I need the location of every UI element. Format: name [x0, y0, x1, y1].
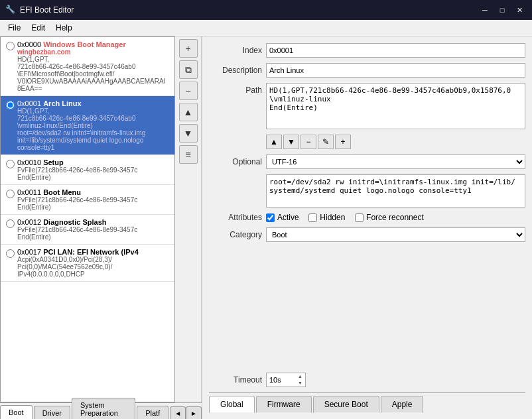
close-button[interactable]: ✕ [512, 4, 527, 16]
boot-radio[interactable] [6, 101, 15, 109]
entry-index: 0x0010 [17, 158, 43, 166]
entry-content: 0x0012 Diagnostic Splash FvFile(721c8b66… [17, 218, 169, 241]
path-remove-button[interactable]: − [300, 135, 316, 149]
remove-entry-button[interactable]: − [179, 82, 198, 100]
entry-sub: FvFile(721c8b66-426c-4e86-8e99-3457c End… [17, 196, 169, 211]
hidden-label: Hidden [320, 213, 345, 222]
boot-list[interactable]: 0x0000 Windows Boot Manager wingbezban.c… [0, 36, 175, 402]
tab-platform[interactable]: Platf [137, 406, 168, 419]
menu-edit[interactable]: Edit [26, 21, 50, 34]
description-label: Description [209, 66, 262, 75]
minimize-button[interactable]: ─ [478, 4, 492, 16]
list-item[interactable]: 0x0017 PCI LAN: EFI Network (IPv4 Acpi(0… [1, 245, 174, 282]
list-item[interactable]: 0x0001 Arch Linux HD(1,GPT, 721c8b66-426… [1, 96, 174, 155]
active-label: Active [277, 213, 299, 222]
timeout-spinbox: ▲ ▼ [266, 373, 306, 387]
left-toolbar: + ⧉ − ▲ ▼ ≡ [175, 36, 202, 402]
path-toolbar: ▲ ▼ − ✎ + [266, 135, 525, 149]
list-item[interactable]: 0x0000 Windows Boot Manager wingbezban.c… [1, 37, 174, 96]
entry-content: 0x0017 PCI LAN: EFI Network (IPv4 Acpi(0… [17, 248, 169, 278]
tab-driver[interactable]: Driver [34, 406, 70, 419]
left-panel: 0x0000 Windows Boot Manager wingbezban.c… [0, 36, 202, 419]
right-panel: Index Description Path HD(1,GPT,721c8b66… [202, 36, 532, 419]
hidden-checkbox[interactable] [308, 213, 317, 222]
entry-name: Diagnostic Splash [43, 218, 106, 226]
boot-radio[interactable] [6, 160, 15, 168]
tab-global[interactable]: Global [209, 396, 255, 413]
category-select[interactable]: Boot Application Driver [266, 227, 525, 242]
spin-down-arrow[interactable]: ▼ [298, 380, 302, 387]
timeout-label: Timeout [209, 375, 262, 385]
maximize-button[interactable]: □ [495, 4, 509, 16]
spin-arrows: ▲ ▼ [298, 373, 302, 387]
optional-text-row: root=/dev/sda2 rw initrd=\initramfs-linu… [209, 174, 525, 208]
path-label: Path [209, 83, 262, 95]
boot-radio[interactable] [6, 219, 15, 228]
move-down-button[interactable]: ▼ [179, 124, 198, 143]
description-input[interactable] [266, 63, 525, 78]
tab-apple[interactable]: Apple [381, 396, 424, 413]
entry-index-name: 0x0011 Boot Menu [17, 188, 169, 196]
copy-entry-button[interactable]: ⧉ [179, 60, 198, 79]
category-label: Category [209, 230, 262, 239]
entry-index: 0x0011 [17, 188, 43, 196]
tab-firmware[interactable]: Firmware [256, 396, 312, 413]
index-input[interactable] [266, 43, 525, 58]
boot-radio[interactable] [6, 249, 15, 258]
title-bar: 🔧 EFI Boot Editor ─ □ ✕ [0, 0, 532, 20]
path-add-button[interactable]: + [335, 135, 351, 149]
list-item[interactable]: 0x0011 Boot Menu FvFile(721c8b66-426c-4e… [1, 185, 174, 215]
entry-content: 0x0000 Windows Boot Manager wingbezban.c… [17, 40, 169, 92]
path-down-button[interactable]: ▼ [283, 135, 299, 149]
index-row: Index [209, 43, 525, 58]
entry-index-name: 0x0000 Windows Boot Manager [17, 40, 169, 48]
tab-secure-boot[interactable]: Secure Boot [313, 396, 379, 413]
entry-index: 0x0000 [17, 40, 43, 48]
add-entry-button[interactable]: + [179, 39, 198, 58]
move-up-button[interactable]: ▲ [179, 103, 198, 121]
bottom-tabs-right: Global Firmware Secure Boot Apple [209, 392, 525, 413]
entry-name: Boot Menu [43, 188, 81, 196]
menu-file[interactable]: File [3, 21, 26, 34]
category-row: Category Boot Application Driver [209, 227, 525, 242]
list-item[interactable]: 0x0010 Setup FvFile(721c8b66-426c-4e86-8… [1, 155, 174, 185]
entry-index-name: 0x0012 Diagnostic Splash [17, 218, 169, 226]
entry-index-name: 0x0001 Arch Linux [17, 99, 169, 107]
boot-radio[interactable] [6, 190, 15, 198]
tab-scroll-right[interactable]: ► [186, 406, 202, 419]
entry-name: Windows Boot Manager [43, 40, 126, 48]
optional-encoding-row: Optional UTF-16 UTF-8 Base64 [209, 154, 525, 169]
entry-sub: FvFile(721c8b66-426c-4e86-8e99-3457c End… [17, 166, 169, 181]
entry-index-name: 0x0017 PCI LAN: EFI Network (IPv4 [17, 248, 169, 256]
entry-index: 0x0001 [17, 99, 43, 107]
entry-name: Arch Linux [43, 99, 81, 107]
list-item[interactable]: 0x0012 Diagnostic Splash FvFile(721c8b66… [1, 215, 174, 245]
optional-select[interactable]: UTF-16 UTF-8 Base64 [266, 154, 525, 169]
entry-index: 0x0017 [17, 248, 43, 256]
extra-button[interactable]: ≡ [179, 145, 198, 164]
path-edit-button[interactable]: ✎ [318, 135, 334, 149]
entry-name: PCI LAN: EFI Network (IPv4 [43, 248, 139, 256]
index-label: Index [209, 46, 262, 55]
entry-sub: Acpi(0xA0341D0,0x0)/Pci(28,3)/ Pci(0,0)/… [17, 256, 169, 278]
window-title: EFI Boot Editor [20, 5, 478, 15]
tab-system-preparation[interactable]: System Preparation [72, 398, 135, 419]
path-up-button[interactable]: ▲ [266, 135, 282, 149]
path-row: Path HD(1,GPT,721c8b66-426c-4e86-8e99-34… [209, 83, 525, 129]
entry-sub: HD(1,GPT, 721c8b66-426c-4e86-8e99-3457c4… [17, 107, 169, 151]
window-controls: ─ □ ✕ [478, 4, 527, 16]
bottom-tabs-left: Boot Driver System Preparation Platf ◄ ► [0, 402, 202, 419]
boot-radio[interactable] [6, 42, 15, 50]
spacer [209, 247, 525, 367]
tab-boot[interactable]: Boot [0, 405, 33, 419]
menu-help[interactable]: Help [50, 21, 78, 34]
optional-textarea[interactable]: root=/dev/sda2 rw initrd=\initramfs-linu… [266, 174, 525, 208]
entry-content: 0x0011 Boot Menu FvFile(721c8b66-426c-4e… [17, 188, 169, 211]
active-checkbox[interactable] [266, 213, 275, 222]
entry-sub: wingbezban.com HD(1,GPT, 721c8b66-426c-4… [17, 48, 169, 92]
left-section: 0x0000 Windows Boot Manager wingbezban.c… [0, 36, 202, 402]
tab-scroll-left[interactable]: ◄ [170, 406, 186, 419]
timeout-input[interactable] [269, 376, 296, 384]
force-reconnect-checkbox[interactable] [355, 213, 364, 222]
spin-up-arrow[interactable]: ▲ [298, 373, 302, 380]
